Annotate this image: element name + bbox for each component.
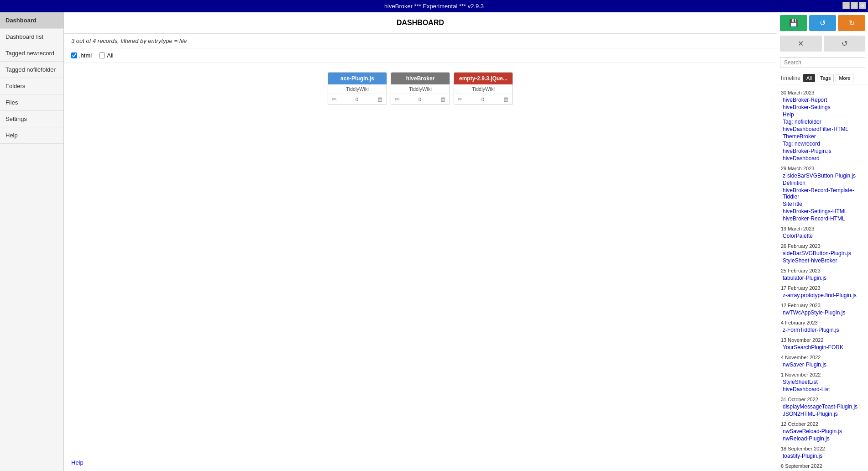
timeline-entry[interactable]: hiveDashboardFilter-HTML <box>781 126 864 133</box>
minimize-button[interactable]: — <box>842 2 850 9</box>
sidebar-item-dashboard-list[interactable]: Dashboard list <box>0 29 63 45</box>
timeline-entry[interactable]: toastify-Plugin.js <box>781 452 864 460</box>
sync-button[interactable]: ↺ <box>809 15 837 31</box>
all-checkbox-label[interactable]: All <box>99 52 113 59</box>
tab-more[interactable]: More <box>836 74 853 82</box>
right-panel: 💾 ↺ ↻ ✕ ↺ Timeline All Tags More <box>777 12 868 471</box>
timeline-entry[interactable]: hiveBroker-Report <box>781 96 864 104</box>
timeline-entry[interactable]: JSON2HTML-Plugin.js <box>781 410 864 418</box>
timeline-entry[interactable]: SiteTitle <box>781 200 864 208</box>
timeline-date: 1 November 2022 <box>781 372 864 377</box>
edit-icon[interactable]: ✏ <box>332 96 337 103</box>
timeline-entry[interactable]: ThemeBroker <box>781 133 864 140</box>
tab-all[interactable]: All <box>803 74 815 82</box>
help-link[interactable]: Help <box>71 459 84 466</box>
timeline-entry[interactable]: hiveDashboard <box>781 155 864 162</box>
delete-icon[interactable]: 🗑 <box>503 96 509 103</box>
card-subtitle: TiddlyWiki <box>391 84 450 94</box>
card: hiveBrokerTiddlyWiki✏0🗑 <box>391 72 450 105</box>
cancel-button[interactable]: ✕ <box>780 36 822 52</box>
sidebar-item-files[interactable]: Files <box>0 94 63 111</box>
timeline-entry[interactable]: nwSaveReload-Plugin.js <box>781 428 864 435</box>
timeline-date: 12 October 2022 <box>781 421 864 427</box>
timeline-entry[interactable]: hiveBroker-Plugin.js <box>781 147 864 155</box>
timeline-entry[interactable]: z-sideBarSVGButton-Plugin.js <box>781 172 864 179</box>
timeline-entry[interactable]: ColorPalette <box>781 232 864 240</box>
timeline-label: Timeline <box>780 75 800 81</box>
sidebar-item-help[interactable]: Help <box>0 127 63 144</box>
checkbox-bar: .html All <box>64 48 777 63</box>
timeline-entry[interactable]: hiveBroker-Record-Template-Tiddler <box>781 187 864 200</box>
delete-icon[interactable]: 🗑 <box>377 96 383 103</box>
timeline-entry[interactable]: hiveBroker-Record-HTML <box>781 215 864 222</box>
sidebar-item-folders[interactable]: Folders <box>0 78 63 94</box>
timeline-date: 17 February 2023 <box>781 285 864 291</box>
timeline-entry[interactable]: hiveBroker-Settings <box>781 104 864 111</box>
sidebar: DashboardDashboard listTagged newrecordT… <box>0 12 64 471</box>
timeline-entry[interactable]: YourSearchPlugin-FORK <box>781 344 864 351</box>
help-section: Help <box>64 454 777 471</box>
timeline-entry[interactable]: hiveDashboard-List <box>781 386 864 393</box>
timeline-date: 26 February 2023 <box>781 243 864 249</box>
timeline-date: 31 October 2022 <box>781 397 864 402</box>
sidebar-item-tagged-nofilefolder[interactable]: Tagged nofilefolder <box>0 62 63 78</box>
card-header[interactable]: ace-Plugin.js <box>328 73 387 84</box>
all-checkbox[interactable] <box>99 52 105 58</box>
timeline-entry[interactable]: z-FormTiddler-Plugin.js <box>781 326 864 334</box>
card-footer: ✏0🗑 <box>454 94 512 105</box>
timeline-entry[interactable]: displayMessageToast-Plugin.js <box>781 403 864 410</box>
app-title: hiveBroker *** Experimental *** v2.9.3 <box>384 3 484 10</box>
save-button[interactable]: 💾 <box>780 15 807 31</box>
timeline-entry[interactable]: StyleSheet-hiveBroker <box>781 257 864 264</box>
reload-button[interactable]: ↺ <box>824 36 866 52</box>
timeline-entry[interactable]: tabulator-Plugin.js <box>781 274 864 282</box>
card-header[interactable]: empty-2.9.3.jQue... <box>454 73 512 84</box>
card-count: 0 <box>481 97 484 102</box>
filter-text: 3 out of 4 records, filtered by entrytyp… <box>71 37 187 44</box>
sidebar-item-settings[interactable]: Settings <box>0 111 63 127</box>
timeline-date: 13 November 2022 <box>781 337 864 343</box>
delete-icon[interactable]: 🗑 <box>440 96 446 103</box>
tab-tags[interactable]: Tags <box>817 74 834 82</box>
timeline-date: 18 September 2022 <box>781 446 864 451</box>
timeline-entry[interactable]: nwReload-Plugin.js <box>781 435 864 442</box>
close-button[interactable]: ✕ <box>859 2 866 9</box>
maximize-button[interactable]: □ <box>851 2 858 9</box>
timeline-entry[interactable]: StyleSheetList <box>781 378 864 386</box>
edit-icon[interactable]: ✏ <box>395 96 400 103</box>
search-input[interactable] <box>780 57 865 68</box>
content-area: DASHBOARD 3 out of 4 records, filtered b… <box>64 12 777 471</box>
titlebar: hiveBroker *** Experimental *** v2.9.3 —… <box>0 0 868 12</box>
dashboard-title: DASHBOARD <box>397 19 444 26</box>
timeline-date: 6 September 2022 <box>781 463 864 469</box>
timeline-date: 4 February 2023 <box>781 320 864 325</box>
html-checkbox[interactable] <box>71 52 77 58</box>
timeline-tabs: Timeline All Tags More <box>777 71 868 84</box>
card-footer: ✏0🗑 <box>328 94 387 105</box>
timeline-date: 29 March 2023 <box>781 166 864 171</box>
edit-icon[interactable]: ✏ <box>458 96 463 103</box>
timeline-entry[interactable]: hiveBroker-Settings-HTML <box>781 208 864 215</box>
refresh-button[interactable]: ↻ <box>838 15 865 31</box>
timeline-entry[interactable]: Definition <box>781 179 864 187</box>
timeline-entry[interactable]: nwSaver-Plugin.js <box>781 361 864 368</box>
timeline-date: 25 February 2023 <box>781 268 864 273</box>
card-count: 0 <box>418 97 421 102</box>
action-buttons-row1: 💾 ↺ ↻ <box>777 12 868 36</box>
card: ace-Plugin.jsTiddlyWiki✏0🗑 <box>328 72 387 105</box>
filter-bar: 3 out of 4 records, filtered by entrytyp… <box>64 34 777 48</box>
html-checkbox-label[interactable]: .html <box>71 52 92 59</box>
sidebar-item-dashboard[interactable]: Dashboard <box>0 12 63 29</box>
timeline-entry[interactable]: sideBarSVGButton-Plugin.js <box>781 250 864 257</box>
timeline-date: 12 February 2023 <box>781 303 864 308</box>
card: empty-2.9.3.jQue...TiddlyWiki✏0🗑 <box>454 72 513 105</box>
timeline-entry[interactable]: Help <box>781 111 864 118</box>
timeline-entry[interactable]: nwTWcAppStyle-Plugin.js <box>781 309 864 316</box>
timeline-entry[interactable]: z-array.prototype.find-Plugin.js <box>781 292 864 299</box>
sidebar-item-tagged-newrecord[interactable]: Tagged newrecord <box>0 45 63 62</box>
timeline-entry[interactable]: Tag: newrecord <box>781 140 864 147</box>
action-buttons-row2: ✕ ↺ <box>777 36 868 54</box>
card-header[interactable]: hiveBroker <box>391 73 450 84</box>
timeline-entry[interactable]: Tag: nofilefolder <box>781 118 864 126</box>
cards-container: ace-Plugin.jsTiddlyWiki✏0🗑hiveBrokerTidd… <box>73 72 768 105</box>
